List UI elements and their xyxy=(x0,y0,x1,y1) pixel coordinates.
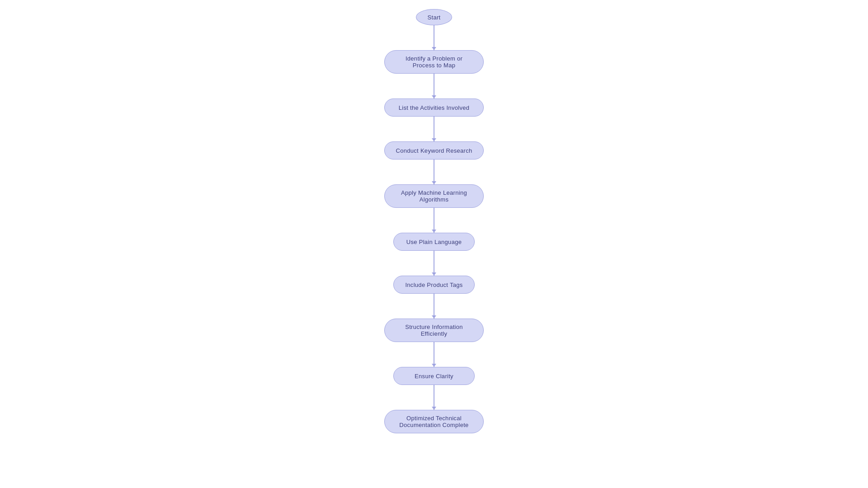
node-plain: Use Plain Language xyxy=(393,233,475,251)
node-structure: Structure Information Efficiently xyxy=(384,319,484,342)
node-complete-label: Optimized Technical Documentation Comple… xyxy=(395,415,473,428)
connector-9 xyxy=(434,385,434,410)
connector-4 xyxy=(434,160,434,184)
connector-5 xyxy=(434,208,434,233)
node-clarity-label: Ensure Clarity xyxy=(415,373,453,380)
node-tags: Include Product Tags xyxy=(393,276,475,294)
node-start-label: Start xyxy=(428,14,441,21)
connector-6 xyxy=(434,251,434,276)
node-complete: Optimized Technical Documentation Comple… xyxy=(384,410,484,433)
node-tags-label: Include Product Tags xyxy=(405,282,462,288)
connector-7 xyxy=(434,294,434,319)
connector-1 xyxy=(434,25,434,50)
flowchart-container: Start Identify a Problem or Process to M… xyxy=(344,0,524,433)
node-keyword-label: Conduct Keyword Research xyxy=(396,147,472,154)
node-keyword: Conduct Keyword Research xyxy=(384,141,484,160)
node-start: Start xyxy=(416,9,452,25)
node-plain-label: Use Plain Language xyxy=(406,239,462,245)
node-identify: Identify a Problem or Process to Map xyxy=(384,50,484,74)
connector-3 xyxy=(434,117,434,141)
node-list-label: List the Activities Involved xyxy=(399,104,470,111)
node-clarity: Ensure Clarity xyxy=(393,367,475,385)
node-ml: Apply Machine Learning Algorithms xyxy=(384,184,484,208)
node-structure-label: Structure Information Efficiently xyxy=(395,324,473,337)
node-list: List the Activities Involved xyxy=(384,99,484,117)
node-ml-label: Apply Machine Learning Algorithms xyxy=(395,189,473,203)
node-identify-label: Identify a Problem or Process to Map xyxy=(395,55,473,69)
connector-8 xyxy=(434,342,434,367)
connector-2 xyxy=(434,74,434,99)
